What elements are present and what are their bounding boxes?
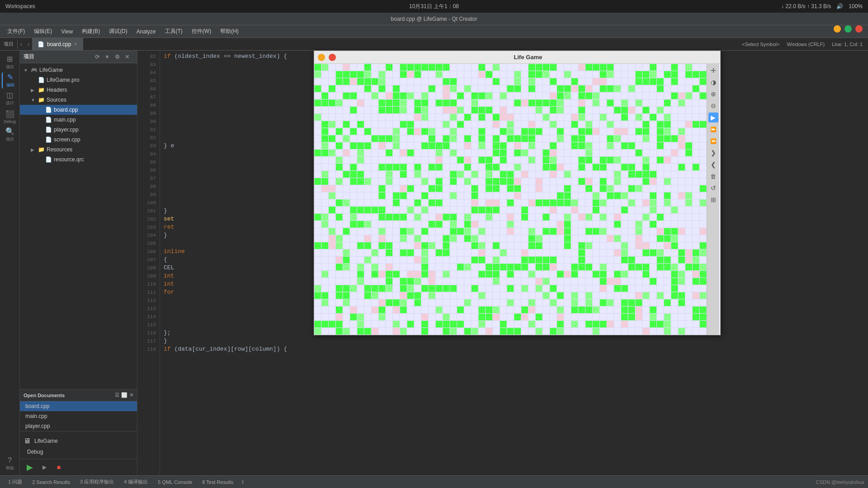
panel-filter-btn[interactable]: ▼ [103, 52, 112, 61]
open-doc-player-cpp[interactable]: player.cpp [20, 421, 137, 431]
game-title-bar: Life Game [314, 51, 720, 64]
rewind-btn[interactable]: ⏪ [708, 136, 718, 146]
open-docs-icon3[interactable]: ✕ [129, 392, 133, 398]
run-button[interactable]: ▶ [24, 461, 36, 474]
tab-search-results-label: 2 Search Results [32, 479, 70, 485]
tab-compile-output[interactable]: 4 编译输出 [119, 476, 152, 488]
open-docs-icon1[interactable]: ☰ [115, 392, 119, 398]
tab-app-output[interactable]: 3 应用程序输出 [75, 476, 118, 488]
game-window: Life Game ✛ ◑ ⊕ ⊖ ▶ ⏩ ⏪ ❯ ❮ 🗑 ↺ ⊞ [314, 51, 721, 335]
open-doc-board-cpp[interactable]: board.cpp [20, 401, 137, 411]
menu-tools[interactable]: 工具(T) [161, 26, 186, 37]
window-maximize-btn[interactable] [844, 25, 852, 33]
window-minimize-btn[interactable] [834, 25, 841, 33]
panel-close-btn[interactable]: ✕ [123, 52, 132, 61]
open-docs-header[interactable]: Open Documents ☰ ⬜ ✕ [20, 389, 137, 401]
encoding-label: Windows (CRLF) [787, 42, 825, 47]
projects-icon: ⊞ [7, 55, 13, 63]
tree-item-label: Resources [47, 146, 72, 153]
panel-settings-btn[interactable]: ⚙ [113, 52, 122, 61]
folder-icon: 📁 [38, 87, 45, 93]
sidebar-icons: ⊞ 项目 ✎ 编辑 ◫ 设计 ⬛ Debug 🔍 项目 ? 帮助 [0, 51, 20, 475]
tab-nav-left[interactable]: ‹ [18, 41, 25, 47]
line-num-111: 111 [137, 288, 160, 296]
tab-test-results[interactable]: 8 Test Results [198, 476, 238, 488]
prev-btn[interactable]: ❮ [708, 160, 718, 169]
tree-item-screen-cpp[interactable]: 📄 screen.cpp [20, 135, 137, 145]
debug-side-icon: ⬛ [5, 110, 14, 118]
line-num-91: 91 [137, 126, 160, 134]
open-doc-main-cpp[interactable]: main.cpp [20, 411, 137, 421]
tree-item-resources[interactable]: ▶ 📁 Resources [20, 145, 137, 155]
file-icon: 📄 [45, 117, 52, 123]
tree-item-player-cpp[interactable]: 📄 player.cpp [20, 125, 137, 135]
game-grid-container: ✛ ◑ ⊕ ⊖ ▶ ⏩ ⏪ ❯ ❮ 🗑 ↺ ⊞ [314, 64, 720, 335]
search-side-icon: 🔍 [5, 127, 14, 136]
volume-icon: 🔊 [836, 3, 843, 9]
panel-sync-btn[interactable]: ⟳ [93, 52, 102, 61]
menu-build[interactable]: 构建(B) [78, 26, 104, 37]
line-num-86: 86 [137, 85, 160, 93]
menu-analyze[interactable]: Analyze [133, 27, 160, 36]
tab-board-cpp[interactable]: 📄 board.cpp ✕ [32, 38, 83, 51]
play-btn[interactable]: ▶ [708, 113, 718, 122]
tree-item-lifegame[interactable]: ▼ 🎮 LifeGame [20, 65, 137, 75]
tree-item-main-cpp[interactable]: 📄 main.cpp [20, 115, 137, 125]
menu-file[interactable]: 文件(F) [4, 26, 28, 37]
game-canvas[interactable] [314, 64, 707, 335]
line-num-93: 93 [137, 142, 160, 150]
menu-help[interactable]: 帮助(H) [217, 26, 242, 37]
sidebar-item-search[interactable]: 🔍 项目 [2, 127, 18, 143]
zoom-out-btn[interactable]: ⊖ [708, 101, 718, 111]
menu-view[interactable]: View [57, 27, 76, 36]
system-bar: Workspaces 10月31日 上午1：08 ↓ 22.0 B/s ↑ 31… [0, 0, 868, 13]
file-icon: 📄 [45, 107, 52, 113]
tree-item-resource-qrc[interactable]: 📄 resource.qrc [20, 155, 137, 164]
tab-qml-console[interactable]: 5 QML Console [153, 476, 197, 488]
tree-item-board-cpp[interactable]: 📄 board.cpp [20, 105, 137, 115]
tab-nav-right[interactable]: › [25, 41, 32, 47]
tree-item-lifegame-pro[interactable]: 📄 LifeGame.pro [20, 75, 137, 85]
system-datetime: 10月31日 上午1：08 [409, 3, 459, 10]
bottom-expand-icon[interactable]: ⬆ [241, 479, 245, 485]
sidebar-item-projects[interactable]: ⊞ 项目 [2, 54, 18, 70]
sidebar-item-design[interactable]: ◫ 设计 [2, 90, 18, 107]
workspaces-label[interactable]: Workspaces [5, 3, 35, 9]
game-close-btn[interactable] [329, 54, 336, 61]
line-num-109: 109 [137, 272, 160, 280]
run-project-button[interactable]: ▶ [38, 461, 51, 474]
edit-icon: ✎ [7, 73, 13, 81]
menu-edit[interactable]: 编辑(E) [30, 26, 56, 37]
next-btn[interactable]: ❯ [708, 148, 718, 158]
tree-item-label: Sources [47, 97, 66, 103]
tree-item-sources[interactable]: ▼ 📁 Sources [20, 95, 137, 105]
move-btn[interactable]: ✛ [708, 66, 718, 75]
menu-debug[interactable]: 调试(D) [105, 26, 131, 37]
sidebar-item-debug[interactable]: ⬛ Debug [2, 108, 18, 125]
fast-forward-btn[interactable]: ⏩ [708, 124, 718, 134]
tree-item-headers[interactable]: ▶ 📁 Headers [20, 85, 137, 95]
game-title: Life Game [340, 54, 717, 61]
refresh-btn[interactable]: ↺ [708, 183, 718, 193]
open-docs-icon2[interactable]: ⬜ [121, 392, 127, 398]
main-layout: ⊞ 项目 ✎ 编辑 ◫ 设计 ⬛ Debug 🔍 项目 ? 帮助 项目 [0, 51, 868, 475]
bottom-bar: 1 问题 2 Search Results 3 应用程序输出 4 编译输出 5 … [0, 475, 868, 488]
file-icon: 📄 [38, 77, 45, 83]
tab-close-btn[interactable]: ✕ [74, 42, 77, 47]
line-num-115: 115 [137, 321, 160, 329]
game-minimize-btn[interactable] [318, 54, 325, 61]
delete-btn[interactable]: 🗑 [708, 171, 718, 181]
sidebar-item-edit[interactable]: ✎ 编辑 [2, 72, 18, 89]
line-num-113: 113 [137, 305, 160, 313]
tab-search-results[interactable]: 2 Search Results [28, 476, 75, 488]
window-close-btn[interactable] [855, 25, 863, 33]
menu-controls[interactable]: 控件(W) [188, 26, 215, 37]
zoom-in-btn[interactable]: ⊕ [708, 89, 718, 99]
tab-issues[interactable]: 1 问题 [4, 476, 27, 488]
stop-button[interactable]: ■ [52, 461, 65, 474]
contrast-btn[interactable]: ◑ [708, 77, 718, 87]
grid-btn[interactable]: ⊞ [708, 195, 718, 205]
tree-item-label: LifeGame [39, 67, 63, 73]
sidebar-item-help[interactable]: ? 帮助 [2, 455, 18, 472]
select-symbol-dropdown[interactable]: <Select Symbol> [742, 42, 779, 47]
